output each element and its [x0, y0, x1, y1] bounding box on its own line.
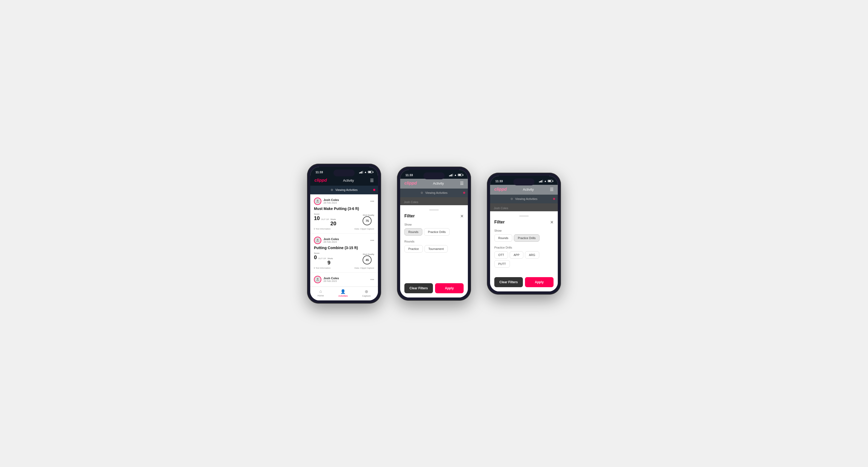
wifi-icon-3: ▲: [544, 180, 547, 183]
modal-handle-3: [519, 216, 529, 217]
screens-container: 11:33 ▲ clippd Activity: [307, 164, 561, 304]
rounds-btn-3[interactable]: Rounds: [494, 234, 512, 242]
wifi-icon-1: ▲: [364, 170, 367, 174]
practice-btn-2[interactable]: Practice: [404, 245, 423, 253]
close-btn-3[interactable]: ✕: [550, 220, 554, 225]
header-title-1: Activity: [343, 179, 354, 183]
viewing-bar-text-2: Viewing Activities: [425, 191, 447, 194]
dynamic-island-3: [513, 179, 534, 185]
clear-filters-btn-2[interactable]: Clear Filters: [404, 283, 433, 293]
more-dots-2[interactable]: •••: [370, 238, 374, 243]
modal-handle-2: [429, 210, 439, 211]
status-icons-2: ▲: [449, 174, 463, 176]
svg-point-2: [317, 278, 318, 280]
bar1-2: [449, 175, 450, 176]
user-details-1: Josh Coles 28 Feb 2023: [323, 198, 339, 204]
app-header-3: clippd Activity ☰: [490, 185, 558, 195]
avatar-3: [314, 276, 321, 283]
apply-btn-2[interactable]: Apply: [435, 283, 464, 293]
apply-btn-3[interactable]: Apply: [525, 277, 554, 287]
hamburger-icon-1[interactable]: ☰: [370, 178, 374, 183]
more-dots-1[interactable]: •••: [370, 199, 374, 204]
score-value-2: 0: [314, 254, 317, 260]
home-icon-1: ⌂: [319, 289, 322, 294]
user-name-3: Josh Coles: [323, 277, 339, 280]
user-info-1: Josh Coles 28 Feb 2023: [314, 197, 339, 205]
nav-capture-1[interactable]: ⊕ Capture: [362, 289, 371, 297]
activity-title-1: Must Make Putting (3-6 ft): [314, 207, 374, 211]
shots-value-1: 20: [330, 221, 336, 226]
show-filter-buttons-2: Rounds Practice Drills: [404, 228, 464, 236]
phone-3-inner: 11:33 ▲ clippd Activity: [490, 176, 558, 291]
user-date-1: 28 Feb 2023: [323, 201, 339, 204]
practice-drills-section-label-3: Practice Drills: [494, 246, 554, 249]
rounds-btn-2[interactable]: Rounds: [404, 228, 422, 236]
shots-stat-1: Shots 20: [330, 218, 336, 227]
activities-content-1: Josh Coles 28 Feb 2023 ••• Must Make Put…: [310, 194, 378, 287]
out-of-2: OUT OF: [318, 257, 326, 260]
nav-home-label-1: Home: [317, 294, 324, 297]
putt-btn-3[interactable]: PUTT: [494, 260, 510, 268]
viewing-bar-1[interactable]: ⚙ Viewing Activities: [310, 186, 378, 194]
bar1: [359, 173, 360, 174]
arg-btn-3[interactable]: ARG: [525, 251, 539, 259]
app-header-1: clippd Activity ☰: [310, 176, 378, 186]
nav-activities-label-1: Activities: [338, 294, 348, 297]
activity-card-1[interactable]: Josh Coles 28 Feb 2023 ••• Must Make Put…: [310, 194, 378, 234]
activity-title-2: Putting Combine (3-15 ft): [314, 246, 374, 250]
logo-2: clippd: [404, 181, 417, 186]
user-details-3: Josh Coles 28 Feb 2023: [323, 277, 339, 282]
clear-filters-btn-3[interactable]: Clear Filters: [494, 277, 523, 287]
status-icons-1: ▲: [359, 170, 373, 174]
dimmed-cards-3: Josh Coles: [490, 204, 558, 211]
bottom-nav-1: ⌂ Home 👤 Activities ⊕ Capture: [310, 287, 378, 301]
activity-card-3[interactable]: Josh Coles 28 Feb 2023 •••: [310, 273, 378, 287]
viewing-bar-text-1: Viewing Activities: [335, 188, 358, 191]
red-dot-2: [463, 192, 465, 194]
activity-card-2[interactable]: Josh Coles 28 Feb 2023 ••• Putting Combi…: [310, 234, 378, 273]
practice-drills-btn-2[interactable]: Practice Drills: [424, 228, 450, 236]
activities-icon-1: 👤: [340, 289, 346, 294]
battery-fill-1: [368, 172, 371, 173]
bar2-3: [540, 181, 541, 183]
data-source-1: Data: Clippd Capture: [354, 228, 374, 230]
viewing-bar-text-3: Viewing Activities: [515, 197, 537, 200]
close-btn-2[interactable]: ✕: [460, 214, 464, 219]
phone-1: 11:33 ▲ clippd Activity: [307, 164, 381, 304]
app-header-2: clippd Activity ☰: [400, 179, 468, 189]
svg-point-1: [317, 239, 318, 240]
out-of-1: OUT OF: [321, 218, 329, 221]
shot-quality-stat-1: Shot Quality 75: [363, 214, 374, 225]
svg-point-0: [317, 200, 318, 201]
stats-row-2: Score 0 OUT OF Shots 9 Shot: [314, 252, 374, 266]
user-date-3: 28 Feb 2023: [323, 280, 339, 282]
bar2-2: [450, 175, 451, 176]
card-footer-1: ℹ Test Information Data: Clippd Capture: [314, 228, 374, 230]
show-label-2: Show: [404, 223, 464, 226]
nav-activities-1[interactable]: 👤 Activities: [338, 289, 348, 297]
user-name-1: Josh Coles: [323, 198, 339, 201]
score-stat-1: Score 10 OUT OF Shots 20: [314, 213, 336, 227]
ott-btn-3[interactable]: OTT: [494, 251, 508, 259]
user-date-2: 28 Feb 2023: [323, 241, 339, 243]
header-title-3: Activity: [523, 187, 534, 191]
filter-icon-1: ⚙: [331, 188, 333, 192]
signal-bars-1: [359, 171, 363, 174]
shots-value-2: 9: [328, 260, 330, 266]
nav-home-1[interactable]: ⌂ Home: [317, 289, 324, 297]
tournament-btn-2[interactable]: Tournament: [425, 245, 448, 253]
nav-capture-label-1: Capture: [362, 294, 371, 297]
phone-3: 11:33 ▲ clippd Activity: [487, 173, 561, 294]
filter-modal-3: Filter ✕ Show Rounds Practice Drills Pra…: [490, 211, 558, 291]
phone-1-inner: 11:33 ▲ clippd Activity: [310, 167, 378, 301]
bar4-3: [542, 180, 543, 183]
modal-footer-2: Clear Filters Apply: [404, 257, 464, 293]
red-dot-3: [553, 198, 555, 200]
show-filter-buttons-3: Rounds Practice Drills: [494, 234, 554, 242]
practice-drills-btn-3[interactable]: Practice Drills: [514, 234, 539, 242]
more-dots-3[interactable]: •••: [370, 277, 374, 282]
user-info-3: Josh Coles 28 Feb 2023: [314, 276, 339, 283]
viewing-bar-2: ⚙ Viewing Activities: [400, 189, 468, 197]
app-btn-3[interactable]: APP: [509, 251, 523, 259]
bar1-3: [539, 181, 540, 183]
